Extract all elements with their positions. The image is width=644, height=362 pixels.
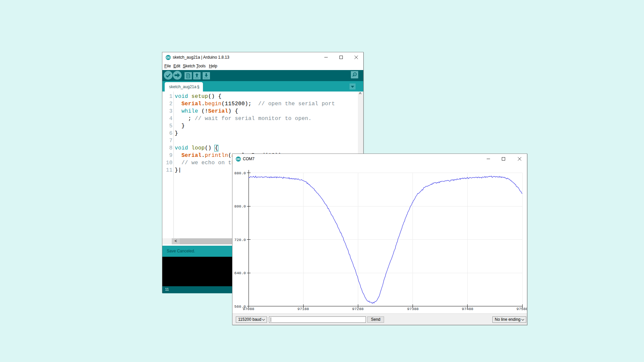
svg-text:640.0: 640.0 <box>234 271 246 275</box>
svg-text:97088: 97088 <box>243 307 255 311</box>
svg-text:880.0: 880.0 <box>234 171 246 175</box>
svg-text:720.0: 720.0 <box>234 238 246 242</box>
svg-text:97188: 97188 <box>298 307 309 311</box>
svg-text:97288: 97288 <box>352 307 364 311</box>
svg-text:800.0: 800.0 <box>234 204 246 208</box>
svg-text:97488: 97488 <box>462 307 474 311</box>
svg-text:97388: 97388 <box>407 307 419 311</box>
svg-text:97588: 97588 <box>517 307 527 311</box>
